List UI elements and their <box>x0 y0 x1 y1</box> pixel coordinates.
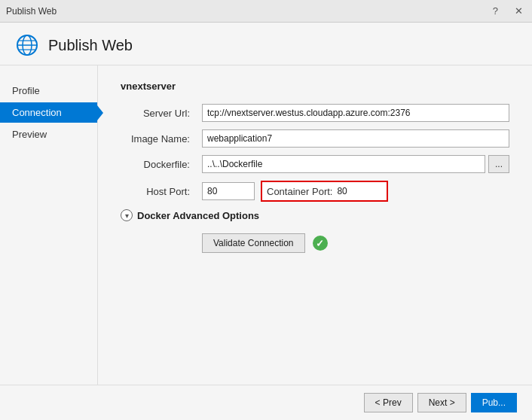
dockerfile-input-group: ... <box>202 155 509 173</box>
dialog-footer: < Prev Next > Pub... <box>0 385 532 420</box>
sidebar: Profile Connection Preview <box>0 65 98 385</box>
server-url-label: Server Url: <box>121 108 196 119</box>
section-title: vnextserver <box>121 81 509 92</box>
image-name-input[interactable] <box>202 129 509 148</box>
server-url-row: Server Url: <box>121 104 509 122</box>
prev-button[interactable]: < Prev <box>364 393 413 412</box>
sidebar-item-profile[interactable]: Profile <box>0 81 97 101</box>
title-bar-title: Publish Web <box>6 6 57 17</box>
title-bar: Publish Web ? ✕ <box>0 0 532 23</box>
dialog-title: Publish Web <box>48 37 133 54</box>
browse-button[interactable]: ... <box>488 155 509 173</box>
port-row: Host Port: Container Port: <box>121 181 509 202</box>
dockerfile-input[interactable] <box>202 155 485 173</box>
main-content: vnextserver Server Url: Image Name: Dock… <box>98 65 532 385</box>
advanced-options-label: Docker Advanced Options <box>137 210 259 221</box>
title-bar-right: ? ✕ <box>490 4 526 18</box>
dialog-body: Profile Connection Preview vnextserver S… <box>0 65 532 385</box>
help-button[interactable]: ? <box>490 4 501 18</box>
sidebar-item-preview-label: Preview <box>12 129 47 140</box>
container-port-input[interactable] <box>337 184 382 199</box>
container-port-group: Container Port: <box>261 181 388 202</box>
globe-icon <box>15 33 39 57</box>
close-button[interactable]: ✕ <box>512 4 526 18</box>
title-bar-left: Publish Web <box>6 6 57 17</box>
dialog: Publish Web Profile Connection Preview v… <box>0 23 532 420</box>
dockerfile-label: Dockerfile: <box>121 159 196 170</box>
sidebar-item-profile-label: Profile <box>12 85 40 96</box>
image-name-row: Image Name: <box>121 129 509 148</box>
next-button[interactable]: Next > <box>417 393 466 412</box>
sidebar-item-preview[interactable]: Preview <box>0 124 97 145</box>
host-port-input[interactable] <box>202 182 255 200</box>
sidebar-item-connection[interactable]: Connection <box>0 102 97 123</box>
validate-row: Validate Connection ✓ <box>202 233 509 253</box>
advanced-options-expand-icon: ▾ <box>121 209 133 221</box>
sidebar-item-connection-label: Connection <box>12 107 62 118</box>
dockerfile-row: Dockerfile: ... <box>121 155 509 173</box>
validate-button[interactable]: Validate Connection <box>202 233 305 253</box>
image-name-label: Image Name: <box>121 133 196 145</box>
container-port-label: Container Port: <box>267 186 332 197</box>
host-port-label: Host Port: <box>121 186 196 197</box>
server-url-input[interactable] <box>202 104 509 122</box>
advanced-options-row[interactable]: ▾ Docker Advanced Options <box>121 209 509 221</box>
dialog-header: Publish Web <box>0 23 532 65</box>
validate-success-icon: ✓ <box>313 236 328 251</box>
publish-button[interactable]: Pub... <box>471 393 517 412</box>
